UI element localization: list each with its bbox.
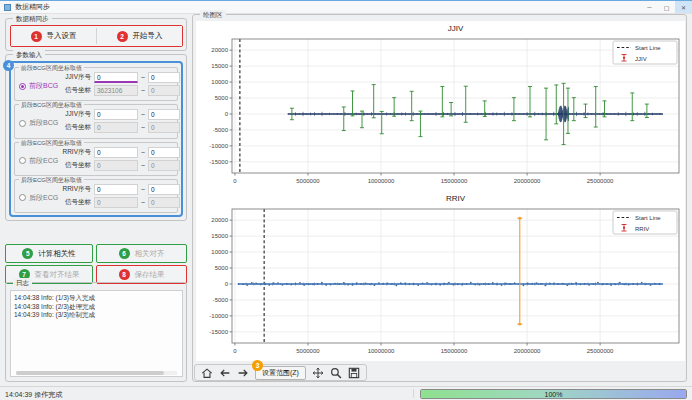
radio-label: 后段ECG	[29, 193, 58, 203]
status-text: 14:04:39 操作完成	[5, 390, 62, 400]
svg-text:20000: 20000	[211, 217, 228, 223]
radio-1[interactable]: 前段BCG	[19, 81, 58, 91]
svg-text:15000: 15000	[211, 63, 228, 69]
value-from-input[interactable]	[94, 72, 138, 83]
value-from-input[interactable]	[94, 160, 138, 171]
statusbar: 14:04:39 操作完成 100%	[0, 386, 692, 400]
log-line: 14:04:38 Info: (1/3)导入完成	[14, 294, 179, 303]
value-from-input[interactable]	[94, 184, 138, 195]
sync-group: 数据精同步 1 导入设置 2 开始导入	[5, 18, 187, 51]
value-to-input[interactable]	[148, 197, 180, 208]
log-group: 日志 14:04:38 Info: (1/3)导入完成14:04:38 Info…	[5, 282, 187, 382]
import-settings-button[interactable]: 1 导入设置	[11, 26, 96, 46]
svg-text:-10000: -10000	[209, 313, 228, 319]
value-to-input[interactable]	[148, 184, 180, 195]
value-to-input[interactable]	[148, 122, 180, 133]
param-rows: JJIV序号~信号坐标~	[59, 72, 174, 96]
param-row: RRIV序号~	[59, 147, 174, 158]
param-row-label: RRIV序号	[59, 148, 91, 157]
value-from-input[interactable]	[94, 109, 138, 120]
plot-group: 绘图区 -15000-10000-50000500010000150002000…	[192, 14, 687, 382]
svg-text:20000000: 20000000	[514, 178, 541, 184]
param-rows: JJIV序号~信号坐标~	[59, 109, 174, 133]
param-row: 信号坐标~	[59, 85, 174, 96]
step-badge-2: 2	[117, 31, 128, 42]
log-group-label: 日志	[13, 278, 32, 287]
value-from-input[interactable]	[94, 85, 138, 96]
param-row-label: 信号坐标	[59, 198, 91, 207]
home-icon[interactable]	[201, 367, 213, 379]
maximize-button[interactable]: ▢	[658, 1, 675, 13]
svg-text:0: 0	[233, 348, 237, 354]
forward-arrow-icon[interactable]	[237, 367, 249, 379]
svg-text:10000: 10000	[211, 79, 228, 85]
svg-text:25000000: 25000000	[587, 348, 614, 354]
svg-text:JJIV: JJIV	[448, 24, 464, 33]
svg-text:15000000: 15000000	[441, 348, 468, 354]
rriv-chart[interactable]: -15000-10000-500005000100001500020000050…	[196, 191, 685, 361]
value-to-input[interactable]	[148, 72, 180, 83]
set-range-button[interactable]: 3 设置范围(Z)	[255, 366, 306, 380]
figure-canvas[interactable]: -15000-10000-500005000100001500020000050…	[196, 21, 685, 361]
value-to-input[interactable]	[148, 109, 180, 120]
svg-text:20000: 20000	[211, 47, 228, 53]
param-row-label: JJIV序号	[59, 73, 91, 82]
svg-text:5000: 5000	[215, 265, 229, 271]
action-button-5[interactable]: 5计算相关性	[5, 244, 93, 263]
param-group: 参数输入 4 前段BCG区间坐标取值前段BCGJJIV序号~信号坐标~后段BCG…	[5, 54, 187, 221]
value-from-input[interactable]	[94, 122, 138, 133]
app-icon	[4, 4, 11, 11]
action-button-label: 查看对齐结果	[35, 270, 80, 280]
save-icon[interactable]	[348, 367, 360, 379]
svg-text:10000: 10000	[211, 249, 228, 255]
value-from-input[interactable]	[94, 197, 138, 208]
radio-label: 前段ECG	[29, 156, 58, 166]
sync-group-label: 数据精同步	[13, 14, 52, 23]
svg-text:RRIV: RRIV	[635, 226, 649, 232]
value-to-input[interactable]	[148, 147, 180, 158]
param-row: RRIV序号~	[59, 184, 174, 195]
param-row: JJIV序号~	[59, 72, 174, 83]
close-button[interactable]: ✕	[675, 1, 692, 13]
zoom-magnifier-icon[interactable]	[330, 367, 342, 379]
jjiv-chart[interactable]: -15000-10000-500005000100001500020000050…	[196, 21, 685, 191]
svg-text:JJIV: JJIV	[635, 56, 647, 62]
step-badge-5: 5	[22, 248, 33, 259]
back-arrow-icon[interactable]	[219, 367, 231, 379]
set-range-label: 设置范围(Z)	[262, 369, 299, 376]
action-button-label: 保存结果	[135, 270, 165, 280]
left-panel: 数据精同步 1 导入设置 2 开始导入 参数输入 4 前段BCG区间坐标取值前段…	[0, 14, 190, 386]
value-from-input[interactable]	[94, 147, 138, 158]
value-to-input[interactable]	[148, 160, 180, 171]
value-to-input[interactable]	[148, 85, 180, 96]
param-row-label: 信号坐标	[59, 161, 91, 170]
minimize-button[interactable]: ─	[641, 1, 658, 13]
start-import-button[interactable]: 2 开始导入	[97, 26, 182, 46]
step-badge-6: 6	[119, 248, 130, 259]
action-button-6[interactable]: 6相关对齐	[96, 244, 187, 263]
step-badge-3: 3	[252, 360, 263, 371]
radio-dot-icon[interactable]	[19, 120, 26, 127]
svg-text:15000000: 15000000	[441, 178, 468, 184]
radio-4[interactable]: 后段ECG	[19, 193, 58, 203]
radio-dot-icon[interactable]	[19, 157, 26, 164]
start-import-label: 开始导入	[133, 31, 163, 41]
param-row-label: 信号坐标	[59, 123, 91, 132]
svg-text:15000: 15000	[211, 233, 228, 239]
svg-text:10000000: 10000000	[368, 178, 395, 184]
param-section-4: 后段ECG区间坐标取值后段ECGRRIV序号~信号坐标~	[14, 179, 178, 213]
pan-icon[interactable]	[312, 367, 324, 379]
range-separator: ~	[141, 149, 145, 156]
param-row: 信号坐标~	[59, 160, 174, 171]
progress-label: 100%	[421, 390, 686, 398]
radio-dot-icon[interactable]	[19, 194, 26, 201]
log-area[interactable]: 14:04:38 Info: (1/3)导入完成14:04:38 Info: (…	[10, 290, 183, 377]
svg-text:25000000: 25000000	[587, 178, 614, 184]
log-horizontal-scrollbar[interactable]	[16, 371, 177, 375]
param-row: 信号坐标~	[59, 122, 174, 133]
radio-3[interactable]: 前段ECG	[19, 156, 58, 166]
radio-2[interactable]: 后段BCG	[19, 118, 58, 128]
radio-dot-icon[interactable]	[19, 83, 26, 90]
plot-group-label: 绘图区	[200, 10, 226, 19]
progress-bar: 100%	[420, 389, 687, 399]
